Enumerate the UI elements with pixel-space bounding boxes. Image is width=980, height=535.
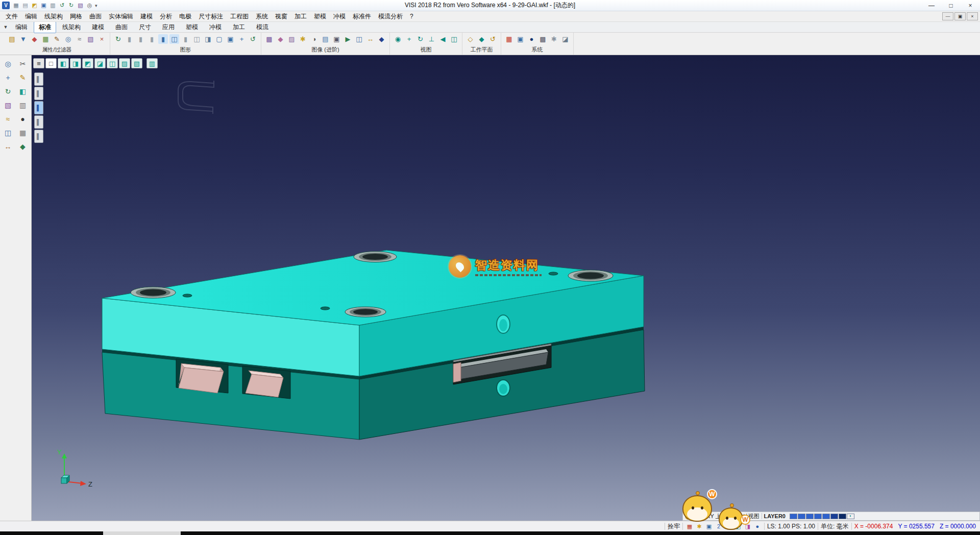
- shadows-icon[interactable]: ◑: [309, 34, 319, 44]
- side-view-icon[interactable]: ▨: [119, 58, 130, 68]
- side-panel-tab[interactable]: ▌: [34, 87, 43, 100]
- dimension-icon[interactable]: ↔: [2, 140, 14, 153]
- new-document-icon[interactable]: ▤: [21, 1, 30, 10]
- attributes-icon[interactable]: ▤: [7, 34, 17, 44]
- animate-icon[interactable]: ▶: [343, 34, 353, 44]
- layer-color-swatch[interactable]: [839, 514, 846, 519]
- os-taskbar[interactable]: [0, 531, 980, 535]
- gem-icon[interactable]: ◆: [377, 34, 386, 44]
- globe-icon[interactable]: ●: [527, 34, 536, 44]
- solid-layer-icon[interactable]: ▮: [147, 34, 157, 44]
- background-icon[interactable]: ▤: [321, 34, 330, 44]
- palette-icon[interactable]: ▦: [504, 34, 514, 44]
- filter-icon[interactable]: ▼: [18, 34, 28, 44]
- redo-icon[interactable]: ↻: [67, 1, 76, 10]
- wireframe-mode-icon[interactable]: ◫: [169, 34, 179, 44]
- tab-edit[interactable]: 编辑: [10, 21, 33, 33]
- snapshot-icon[interactable]: ▣: [332, 34, 341, 44]
- 3d-scene-canvas[interactable]: Y Z: [32, 55, 980, 521]
- tab-application[interactable]: 应用: [157, 21, 180, 33]
- wire-layer-icon[interactable]: ▮: [125, 34, 134, 44]
- scene-icon[interactable]: ▦: [12, 1, 20, 10]
- move-icon[interactable]: +: [2, 71, 14, 84]
- shaded-mode-icon[interactable]: ▮: [158, 34, 168, 44]
- menu-dimension[interactable]: 尺寸标注: [195, 11, 227, 22]
- top-view-icon[interactable]: □: [45, 58, 57, 68]
- settings-icon[interactable]: ◎: [85, 1, 94, 10]
- tab-machining[interactable]: 加工: [228, 21, 250, 33]
- tab-flow[interactable]: 模流: [251, 21, 274, 33]
- side-panel-tab[interactable]: ▌: [34, 115, 43, 129]
- tabbar-dropdown-icon[interactable]: ▼: [2, 25, 10, 30]
- lighting-icon[interactable]: ✱: [298, 34, 308, 44]
- tab-progress[interactable]: 冲模: [204, 21, 227, 33]
- mdi-restore-button[interactable]: ▣: [954, 12, 966, 20]
- side-panel-tab-active[interactable]: ▌: [34, 101, 43, 114]
- back-view-icon[interactable]: ▧: [131, 58, 142, 68]
- section-view-icon[interactable]: ◨: [203, 34, 213, 44]
- menu-file[interactable]: 文件: [2, 11, 21, 22]
- globe-mini-icon[interactable]: ◐: [847, 514, 854, 519]
- taskbar-app-chip[interactable]: [103, 531, 181, 535]
- workplane-align-icon[interactable]: ◆: [477, 34, 486, 44]
- point-icon[interactable]: ●: [16, 113, 29, 125]
- iso-view-icon[interactable]: ◪: [94, 58, 106, 68]
- workplane-reset-icon[interactable]: ↺: [488, 34, 498, 44]
- close-button[interactable]: ×: [961, 0, 980, 11]
- redraw-icon[interactable]: ↻: [113, 34, 123, 44]
- pencil-icon[interactable]: ✎: [16, 71, 29, 84]
- plane-tilt-icon[interactable]: ◪: [560, 34, 570, 44]
- materials-icon[interactable]: ◆: [276, 34, 285, 44]
- tab-wireframe[interactable]: 线架构: [57, 21, 86, 33]
- tab-modeling[interactable]: 建模: [87, 21, 109, 33]
- minimize-button[interactable]: —: [922, 0, 941, 11]
- mdi-close-button[interactable]: ×: [967, 12, 978, 20]
- monitor-icon[interactable]: ▣: [516, 34, 525, 44]
- viewport[interactable]: ≡□◧◨◩◪◫▨▧▥ ▌▌▌▌▌: [32, 55, 980, 521]
- menu-wireframe[interactable]: 线架构: [41, 11, 66, 22]
- iso-view-icon[interactable]: ◨: [70, 58, 81, 68]
- previous-view-icon[interactable]: ◀: [438, 34, 448, 44]
- menu-drawing[interactable]: 工程图: [227, 11, 252, 22]
- menu-surface[interactable]: 曲面: [86, 11, 105, 22]
- textures-icon[interactable]: ▨: [287, 34, 297, 44]
- menu-window[interactable]: 视窗: [272, 11, 291, 22]
- maximize-button[interactable]: □: [941, 0, 961, 11]
- surface-icon[interactable]: ◧: [16, 85, 29, 98]
- menu-mesh[interactable]: 网格: [66, 11, 86, 22]
- ghost-mode-icon[interactable]: ◫: [192, 34, 202, 44]
- layer-color-swatch[interactable]: [798, 514, 805, 519]
- zoom-in-icon[interactable]: +: [404, 34, 414, 44]
- tab-mould[interactable]: 塑模: [181, 21, 203, 33]
- layer-filter-icon[interactable]: ▦: [41, 34, 51, 44]
- menu-system[interactable]: 系统: [252, 11, 272, 22]
- wire-filter-icon[interactable]: ≈: [75, 34, 84, 44]
- pan-view-icon[interactable]: +: [237, 34, 247, 44]
- surface-layer-icon[interactable]: ▮: [136, 34, 145, 44]
- viewports-icon[interactable]: ◫: [449, 34, 459, 44]
- menu-electrode[interactable]: 电极: [176, 11, 195, 22]
- menu-standard-parts[interactable]: 标准件: [349, 11, 375, 22]
- menu-flow-analysis[interactable]: 模流分析: [375, 11, 406, 22]
- grid-icon[interactable]: ▦: [16, 127, 29, 139]
- quick-access-dropdown-icon[interactable]: ▾: [95, 3, 97, 8]
- side-panel-tab[interactable]: ▌: [34, 72, 43, 86]
- layer-color-swatch[interactable]: [814, 514, 822, 519]
- iso-view-icon[interactable]: ◩: [82, 58, 93, 68]
- sheet-icon[interactable]: ▥: [16, 99, 29, 111]
- menu-solid-edit[interactable]: 实体编辑: [105, 11, 137, 22]
- dynamic-view-icon[interactable]: ▥: [146, 58, 158, 68]
- render-icon[interactable]: ▩: [264, 34, 274, 44]
- save-icon[interactable]: ▣: [39, 1, 48, 10]
- lock-status-label[interactable]: 拴牢: [668, 522, 680, 531]
- scissors-icon[interactable]: ✂: [16, 58, 29, 70]
- workplane-icon[interactable]: ◇: [465, 34, 475, 44]
- 3d-model[interactable]: [102, 250, 645, 440]
- layer-color-swatch[interactable]: [822, 514, 830, 519]
- layer-color-swatch[interactable]: [830, 514, 838, 519]
- menu-analysis[interactable]: 分析: [156, 11, 176, 22]
- menu-machining[interactable]: 加工: [291, 11, 310, 22]
- side-panel-tab[interactable]: ▌: [34, 130, 43, 143]
- world-icon[interactable]: ●: [753, 522, 762, 530]
- open-file-icon[interactable]: ◩: [30, 1, 39, 10]
